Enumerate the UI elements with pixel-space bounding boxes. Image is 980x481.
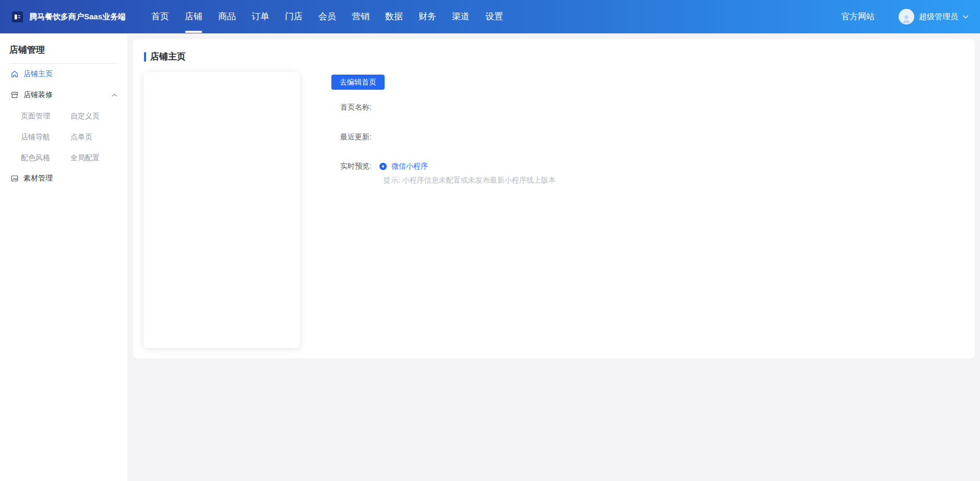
homepage-preview-panel [144,72,300,348]
person-icon [901,13,912,25]
top-navbar: 腾马餐饮多商户Saas业务端 首页 店铺 商品 订单 门店 会员 营销 数据 财… [0,0,980,33]
wechat-miniprogram-radio[interactable] [379,163,387,170]
radio-dot [382,165,384,167]
card-title: 店铺主页 [150,51,186,63]
nav-item-data[interactable]: 数据 [385,0,403,33]
shop-home-card: 店铺主页 去编辑首页 首页名称: 最近更新: 实时预览: 微信小程序 提示: 小… [133,39,975,358]
image-icon [10,174,19,183]
title-accent-bar [144,52,146,62]
sidebar-item-label: 店铺主页 [23,69,53,79]
sidebar-item-label: 素材管理 [23,174,53,183]
nav-item-store[interactable]: 门店 [285,0,303,33]
chevron-up-icon[interactable] [111,92,118,99]
sidebar: 店铺管理 店铺主页 店铺装修 页面管理 自定义页 店铺导航 点单页 配色风格 全… [0,33,127,481]
home-name-field: 首页名称: [340,102,372,113]
preview-tip: 提示: 小程序信息未配置或未发布最新小程序线上版本 [384,176,556,185]
recent-update-label: 最近更新: [340,133,372,142]
sidebar-subitem-shop-navigation[interactable]: 店铺导航 [21,126,70,147]
official-site-link[interactable]: 官方网站 [841,11,875,22]
sidebar-item-label: 店铺装修 [23,90,53,100]
nav-item-marketing[interactable]: 营销 [352,0,369,33]
edit-homepage-button[interactable]: 去编辑首页 [331,75,385,90]
brand-logo-icon [12,11,23,22]
sidebar-subitem-page-management[interactable]: 页面管理 [21,105,70,126]
sidebar-subitem-custom-page[interactable]: 自定义页 [70,105,127,126]
sidebar-subitem-order-page[interactable]: 点单页 [70,126,127,147]
nav-item-settings[interactable]: 设置 [485,0,503,33]
nav-item-channel[interactable]: 渠道 [452,0,470,33]
live-preview-field: 实时预览: 微信小程序 [340,161,428,172]
nav-item-shop[interactable]: 店铺 [185,0,202,33]
sidebar-title: 店铺管理 [0,33,127,63]
user-menu[interactable]: 超级管理员 [899,9,969,25]
brand-mark-icon [14,14,21,20]
nav-item-member[interactable]: 会员 [318,0,336,33]
sidebar-subitem-color-style[interactable]: 配色风格 [21,147,70,168]
nav-item-product[interactable]: 商品 [218,0,236,33]
nav-item-order[interactable]: 订单 [252,0,269,33]
storefront-icon [10,91,19,99]
live-preview-label: 实时预览: [340,162,372,171]
nav-item-home[interactable]: 首页 [151,0,169,33]
nav-item-finance[interactable]: 财务 [419,0,436,33]
topbar-right: 官方网站 超级管理员 [841,9,969,25]
home-icon [10,70,19,78]
avatar [899,9,914,25]
decoration-submenu: 页面管理 自定义页 店铺导航 点单页 配色风格 全局配置 [0,105,127,168]
home-name-label: 首页名称: [340,103,372,112]
sidebar-item-shop-decoration[interactable]: 店铺装修 [0,85,127,105]
wechat-miniprogram-link[interactable]: 微信小程序 [391,162,428,171]
chevron-down-icon [963,15,969,19]
sidebar-item-material[interactable]: 素材管理 [0,168,127,189]
main-nav: 首页 店铺 商品 订单 门店 会员 营销 数据 财务 渠道 设置 [151,0,503,33]
sidebar-subitem-global-config[interactable]: 全局配置 [70,147,127,168]
sidebar-item-shop-home[interactable]: 店铺主页 [0,64,127,85]
recent-update-field: 最近更新: [340,132,372,142]
brand-title: 腾马餐饮多商户Saas业务端 [29,11,126,22]
username: 超级管理员 [919,12,958,22]
card-header: 店铺主页 [144,51,186,63]
